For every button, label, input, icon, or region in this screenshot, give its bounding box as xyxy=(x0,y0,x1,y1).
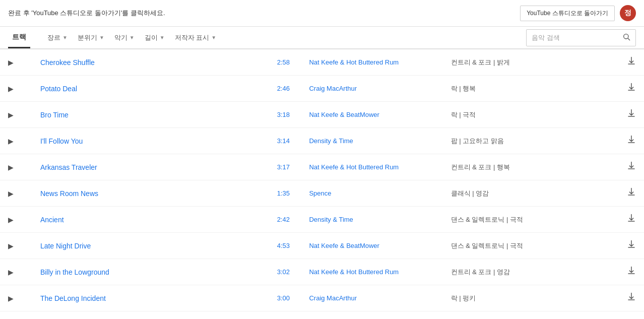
download-button[interactable] xyxy=(623,56,640,68)
track-name-cell: Arkansas Traveler xyxy=(36,154,262,180)
track-duration-cell: 2:58 xyxy=(262,49,305,76)
track-row: ▶ Cherokee Shuffle 2:58 Nat Keefe & Hot … xyxy=(0,49,644,76)
track-name[interactable]: I'll Follow You xyxy=(40,137,83,145)
play-cell: ▶ xyxy=(0,76,36,102)
track-artist[interactable]: Nat Keefe & Hot Buttered Rum xyxy=(309,163,399,171)
track-tags-cell: 팝 | 고요하고 맑음 xyxy=(447,128,608,154)
play-cell: ▶ xyxy=(0,285,36,311)
play-button[interactable]: ▶ xyxy=(4,137,18,145)
download-icon xyxy=(627,266,636,275)
search-input[interactable] xyxy=(527,31,617,44)
track-tags-cell: 컨트리 & 포크 | 밝게 xyxy=(447,49,608,76)
play-button[interactable]: ▶ xyxy=(4,216,18,224)
track-tags-cell: 댄스 & 일렉트로닉 | 극적 xyxy=(447,207,608,233)
track-artist[interactable]: Density & Time xyxy=(309,216,353,223)
track-artist[interactable]: Nat Keefe & Hot Buttered Rum xyxy=(309,268,399,276)
track-name-cell: Bro Time xyxy=(36,102,262,128)
play-button[interactable]: ▶ xyxy=(4,294,18,302)
track-name[interactable]: Cherokee Shuffle xyxy=(40,58,95,67)
mood-filter[interactable]: 분위기 ▼ xyxy=(73,30,109,45)
track-duration-cell: 2:46 xyxy=(262,76,305,102)
track-artist[interactable]: Craig MacArthur xyxy=(309,294,357,302)
play-button[interactable]: ▶ xyxy=(4,163,18,171)
track-duration: 4:53 xyxy=(277,242,290,249)
track-artist-cell: Craig MacArthur xyxy=(305,285,446,311)
track-artist[interactable]: Craig MacArthur xyxy=(309,85,357,92)
track-tags-cell: 락 | 펑키 xyxy=(447,285,608,311)
track-artist[interactable]: Spence xyxy=(309,189,331,197)
track-tags-cell: 락 | 극적 xyxy=(447,102,608,128)
search-icon xyxy=(622,33,630,41)
track-name[interactable]: Late Night Drive xyxy=(40,242,91,250)
track-artist-cell: Spence xyxy=(305,180,446,207)
track-duration: 3:17 xyxy=(277,163,290,171)
length-filter[interactable]: 길이 ▼ xyxy=(140,30,170,45)
track-tags: 컨트리 & 포크 | 영감 xyxy=(451,268,510,276)
download-button[interactable] xyxy=(623,161,640,173)
track-download-cell xyxy=(608,285,644,311)
play-cell: ▶ xyxy=(0,259,36,285)
track-name[interactable]: Ancient xyxy=(40,216,64,224)
track-name-cell: The DeLong Incident xyxy=(36,285,262,311)
download-button[interactable] xyxy=(623,240,640,251)
instrument-filter[interactable]: 악기 ▼ xyxy=(109,30,140,45)
download-button[interactable] xyxy=(623,292,640,304)
studio-button[interactable]: YouTube 스튜디오로 돌아가기 xyxy=(520,6,615,21)
tab-track[interactable]: 트랙 xyxy=(8,27,30,48)
attribution-arrow-icon: ▼ xyxy=(211,35,216,40)
track-artist-cell: Nat Keefe & BeatMower xyxy=(305,233,446,259)
track-name-cell: Potato Deal xyxy=(36,76,262,102)
track-artist[interactable]: Nat Keefe & BeatMower xyxy=(309,242,379,249)
track-duration: 2:46 xyxy=(277,85,290,92)
track-name[interactable]: Bro Time xyxy=(40,111,69,119)
search-icon-button[interactable] xyxy=(617,30,635,46)
play-cell: ▶ xyxy=(0,128,36,154)
search-wrap xyxy=(526,29,636,46)
download-icon xyxy=(627,109,636,118)
play-cell: ▶ xyxy=(0,207,36,233)
download-button[interactable] xyxy=(623,214,640,225)
track-name[interactable]: Potato Deal xyxy=(40,85,77,93)
track-duration: 1:35 xyxy=(277,189,290,197)
play-button[interactable]: ▶ xyxy=(4,268,18,276)
download-button[interactable] xyxy=(623,83,640,94)
download-button[interactable] xyxy=(623,109,640,120)
track-duration-cell: 1:35 xyxy=(262,180,305,207)
top-bar: 완료 후 'YouTube 스튜디오로 돌아가기'를 클릭하세요. YouTub… xyxy=(0,0,644,27)
mood-arrow-icon: ▼ xyxy=(99,35,104,40)
track-artist[interactable]: Nat Keefe & BeatMower xyxy=(309,111,379,118)
track-name[interactable]: Billy in the Lowground xyxy=(40,268,109,276)
download-icon xyxy=(627,56,636,66)
download-button[interactable] xyxy=(623,187,640,199)
track-artist-cell: Nat Keefe & Hot Buttered Rum xyxy=(305,154,446,180)
genre-filter[interactable]: 장르 ▼ xyxy=(42,30,73,45)
attribution-filter[interactable]: 저작자 표시 ▼ xyxy=(170,30,222,45)
play-button[interactable]: ▶ xyxy=(4,242,18,250)
track-duration-cell: 2:42 xyxy=(262,207,305,233)
track-artist[interactable]: Nat Keefe & Hot Buttered Rum xyxy=(309,58,399,66)
track-tags: 락 | 극적 xyxy=(451,111,476,118)
track-row: ▶ Bro Time 3:18 Nat Keefe & BeatMower 락 … xyxy=(0,102,644,128)
play-button[interactable]: ▶ xyxy=(4,111,18,119)
track-name[interactable]: Arkansas Traveler xyxy=(40,163,97,171)
track-artist-cell: Craig MacArthur xyxy=(305,76,446,102)
svg-line-1 xyxy=(628,38,629,40)
avatar[interactable]: 정 xyxy=(620,5,636,21)
play-button[interactable]: ▶ xyxy=(4,85,18,93)
track-tags: 락 | 행복 xyxy=(451,85,476,92)
track-name[interactable]: News Room News xyxy=(40,189,98,198)
download-button[interactable] xyxy=(623,135,640,147)
track-download-cell xyxy=(608,76,644,102)
download-icon xyxy=(627,240,636,249)
play-button[interactable]: ▶ xyxy=(4,58,18,67)
track-artist[interactable]: Density & Time xyxy=(309,137,353,145)
track-row: ▶ Arkansas Traveler 3:17 Nat Keefe & Hot… xyxy=(0,154,644,180)
track-name-cell: News Room News xyxy=(36,180,262,207)
genre-arrow-icon: ▼ xyxy=(62,35,68,40)
download-icon xyxy=(627,187,636,197)
track-name[interactable]: The DeLong Incident xyxy=(40,294,106,302)
track-duration: 3:00 xyxy=(277,294,290,302)
play-button[interactable]: ▶ xyxy=(4,189,18,198)
track-row: ▶ Potato Deal 2:46 Craig MacArthur 락 | 행… xyxy=(0,76,644,102)
download-button[interactable] xyxy=(623,266,640,278)
